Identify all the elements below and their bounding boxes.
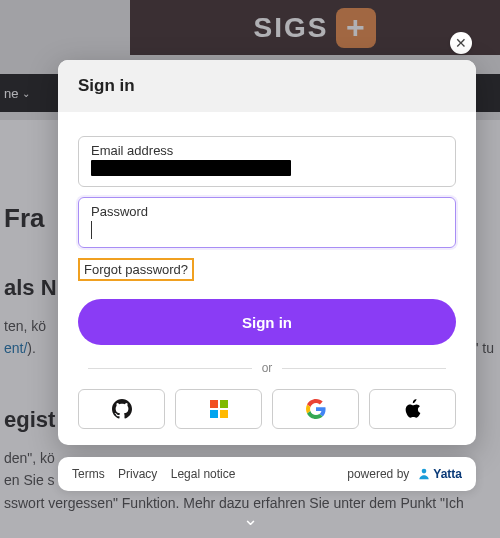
yatta-icon — [417, 467, 431, 481]
github-icon — [112, 399, 132, 419]
text-cursor — [91, 221, 92, 239]
or-text: or — [262, 361, 273, 375]
brand-text: Yatta — [433, 467, 462, 481]
signin-button[interactable]: Sign in — [78, 299, 456, 345]
apple-icon — [403, 399, 423, 419]
microsoft-icon — [210, 400, 228, 418]
github-login-button[interactable] — [78, 389, 165, 429]
footer-links: Terms Privacy Legal notice — [72, 467, 245, 481]
modal-title: Sign in — [58, 60, 476, 112]
social-buttons — [78, 389, 456, 429]
close-button[interactable]: ✕ — [450, 32, 472, 54]
yatta-brand[interactable]: Yatta — [413, 467, 462, 481]
apple-login-button[interactable] — [369, 389, 456, 429]
password-label: Password — [91, 204, 443, 219]
email-value-redacted — [91, 160, 291, 176]
close-icon: ✕ — [455, 35, 467, 51]
footer-bar: Terms Privacy Legal notice powered by Ya… — [58, 457, 476, 491]
google-login-button[interactable] — [272, 389, 359, 429]
or-divider: or — [78, 361, 456, 375]
microsoft-login-button[interactable] — [175, 389, 262, 429]
email-label: Email address — [91, 143, 443, 158]
svg-point-0 — [422, 469, 427, 474]
signin-modal: Sign in Email address Password Forgot pa… — [58, 60, 476, 445]
terms-link[interactable]: Terms — [72, 467, 105, 481]
powered-by: powered by Yatta — [347, 467, 462, 481]
google-icon — [306, 399, 326, 419]
expand-chevron-icon[interactable]: ⌄ — [243, 508, 258, 530]
legal-link[interactable]: Legal notice — [171, 467, 236, 481]
forgot-password-link[interactable]: Forgot password? — [78, 258, 194, 281]
password-field[interactable]: Password — [78, 197, 456, 248]
privacy-link[interactable]: Privacy — [118, 467, 157, 481]
email-field[interactable]: Email address — [78, 136, 456, 187]
modal-wrapper: Sign in Email address Password Forgot pa… — [58, 60, 476, 491]
powered-text: powered by — [347, 467, 409, 481]
